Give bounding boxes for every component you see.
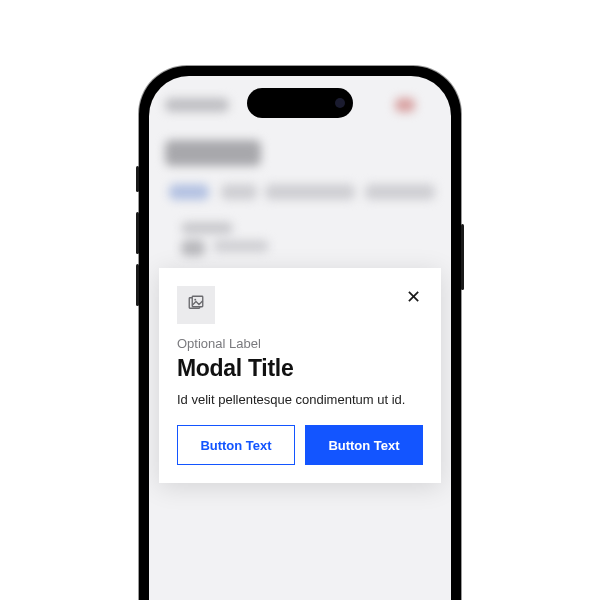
- close-button[interactable]: ✕: [404, 286, 423, 308]
- modal-actions: Button Text Button Text: [177, 425, 423, 465]
- phone-side-button: [136, 212, 139, 254]
- dynamic-island: [247, 88, 353, 118]
- close-icon: ✕: [406, 287, 421, 307]
- phone-frame: ✕ Optional Label Modal Title Id velit pe…: [139, 66, 461, 600]
- modal-body-text: Id velit pellentesque condimentum ut id.: [177, 392, 423, 407]
- modal-header: ✕: [177, 286, 423, 324]
- svg-point-2: [194, 299, 196, 301]
- phone-screen: ✕ Optional Label Modal Title Id velit pe…: [149, 76, 451, 600]
- phone-side-button: [136, 264, 139, 306]
- secondary-button-label: Button Text: [200, 438, 271, 453]
- modal-title: Modal Title: [177, 355, 423, 382]
- modal-label: Optional Label: [177, 336, 423, 351]
- primary-button-label: Button Text: [328, 438, 399, 453]
- primary-button[interactable]: Button Text: [305, 425, 423, 465]
- phone-side-button: [136, 166, 139, 192]
- modal-dialog: ✕ Optional Label Modal Title Id velit pe…: [159, 268, 441, 483]
- image-icon: [187, 294, 205, 316]
- modal-icon-box: [177, 286, 215, 324]
- phone-side-button: [461, 224, 464, 290]
- secondary-button[interactable]: Button Text: [177, 425, 295, 465]
